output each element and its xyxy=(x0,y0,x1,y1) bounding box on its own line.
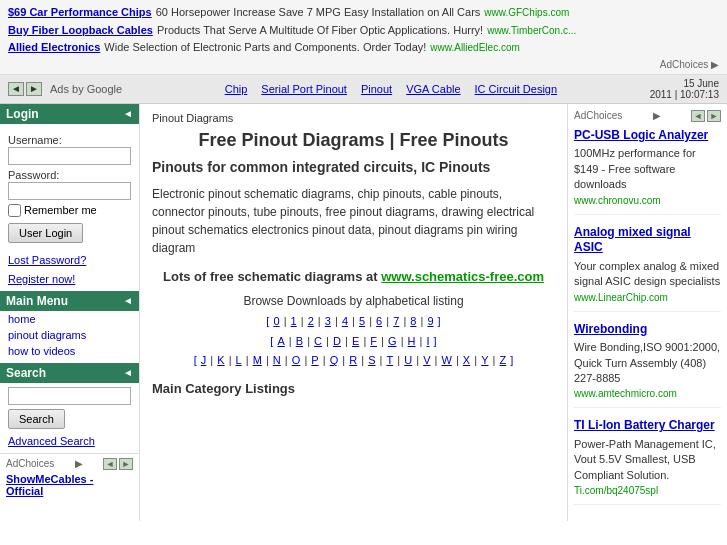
browse-link-8[interactable]: 8 xyxy=(410,315,416,327)
ad-url-2: www.TimberCon.c... xyxy=(487,23,576,39)
right-ads-container: PC-USB Logic Analyzer 100MHz performance… xyxy=(574,128,721,505)
nav-link-vga[interactable]: VGA Cable xyxy=(406,83,460,95)
right-ad-body-2: Wire Bonding,ISO 9001:2000, Quick Turn A… xyxy=(574,340,721,386)
right-ad-next-icon[interactable]: ► xyxy=(707,110,721,122)
nav-link-serial[interactable]: Serial Port Pinout xyxy=(261,83,347,95)
right-ad-item-1: Analog mixed signal ASIC Your complex an… xyxy=(574,225,721,312)
search-input[interactable] xyxy=(8,387,131,405)
browse-link-1[interactable]: 1 xyxy=(291,315,297,327)
nav-link-pinout[interactable]: Pinout xyxy=(361,83,392,95)
free-schematics-link[interactable]: www.schematics-free.com xyxy=(381,269,544,284)
browse-link-t[interactable]: T xyxy=(386,354,393,366)
browse-link-a[interactable]: A xyxy=(277,335,284,347)
browse-link-r[interactable]: R xyxy=(349,354,357,366)
browse-link-2[interactable]: 2 xyxy=(308,315,314,327)
nav-next-arrow[interactable]: ► xyxy=(26,82,42,96)
search-button[interactable]: Search xyxy=(8,409,65,429)
year-label: 2011 | xyxy=(650,89,678,100)
time-label: 10:07:13 xyxy=(680,89,719,100)
ad-choices-label: AdChoices xyxy=(660,59,708,70)
login-button[interactable]: User Login xyxy=(8,223,83,243)
right-ad-header: AdChoices ▶ ◄ ► xyxy=(574,110,721,122)
page-subtitle: Pinouts for common integrated circuits, … xyxy=(152,159,555,175)
browse-link-e[interactable]: E xyxy=(352,335,359,347)
browse-link-4[interactable]: 4 xyxy=(342,315,348,327)
login-collapse-icon[interactable]: ◄ xyxy=(123,108,133,119)
browse-link-q[interactable]: Q xyxy=(330,354,339,366)
nav-link-ic[interactable]: IC Circuit Design xyxy=(475,83,558,95)
browse-link-9[interactable]: 9 xyxy=(427,315,433,327)
browse-link-l[interactable]: L xyxy=(236,354,242,366)
menu-collapse-icon[interactable]: ◄ xyxy=(123,295,133,306)
date-time: 15 June 2011 | 10:07:13 xyxy=(650,78,719,100)
username-input[interactable] xyxy=(8,147,131,165)
sidebar: Login ◄ Username: Password: Remember me … xyxy=(0,104,140,521)
browse-link-h[interactable]: H xyxy=(408,335,416,347)
browse-link-j[interactable]: J xyxy=(201,354,207,366)
browse-link-o[interactable]: O xyxy=(292,354,301,366)
nav-link-chip[interactable]: Chip xyxy=(225,83,248,95)
browse-link-i[interactable]: I xyxy=(427,335,430,347)
login-title: Login xyxy=(6,107,39,121)
sidebar-ad-next-icon[interactable]: ► xyxy=(119,458,133,470)
browse-link-k[interactable]: K xyxy=(217,354,224,366)
right-ad-title-2[interactable]: Wirebonding xyxy=(574,322,721,338)
right-ad-body-0: 100MHz performance for $149 - Free softw… xyxy=(574,146,721,192)
browse-link-6[interactable]: 6 xyxy=(376,315,382,327)
ad-title-2[interactable]: Buy Fiber Loopback Cables xyxy=(8,22,153,40)
top-ads-section: $69 Car Performance Chips 60 Horsepower … xyxy=(0,0,727,75)
browse-link-s[interactable]: S xyxy=(368,354,375,366)
browse-link-n[interactable]: N xyxy=(273,354,281,366)
search-title: Search xyxy=(6,366,46,380)
sidebar-ad-prev-icon[interactable]: ◄ xyxy=(103,458,117,470)
browse-link-c[interactable]: C xyxy=(314,335,322,347)
browse-link-f[interactable]: F xyxy=(370,335,377,347)
browse-link-u[interactable]: U xyxy=(404,354,412,366)
password-input[interactable] xyxy=(8,182,131,200)
ad-title-1[interactable]: $69 Car Performance Chips xyxy=(8,4,152,22)
right-ad-title-1[interactable]: Analog mixed signal ASIC xyxy=(574,225,721,256)
right-ad-item-0: PC-USB Logic Analyzer 100MHz performance… xyxy=(574,128,721,215)
browse-link-z[interactable]: Z xyxy=(499,354,506,366)
browse-link-7[interactable]: 7 xyxy=(393,315,399,327)
browse-section: Browse Downloads by alphabetical listing… xyxy=(152,294,555,371)
page-description: Electronic pinout schematic diagrams, ch… xyxy=(152,185,555,257)
browse-link-5[interactable]: 5 xyxy=(359,315,365,327)
browse-link-d[interactable]: D xyxy=(333,335,341,347)
menu-item-home[interactable]: home xyxy=(0,311,139,327)
browse-link-w[interactable]: W xyxy=(441,354,451,366)
nav-prev-arrow[interactable]: ◄ xyxy=(8,82,24,96)
right-ad-body-3: Power-Path Management IC, Vout 5.5V Smal… xyxy=(574,437,721,483)
browse-link-m[interactable]: M xyxy=(253,354,262,366)
right-ad-prev-icon[interactable]: ◄ xyxy=(691,110,705,122)
register-link[interactable]: Register now! xyxy=(0,271,139,287)
right-ad-title-3[interactable]: TI Li-Ion Battery Charger xyxy=(574,418,721,434)
search-collapse-icon[interactable]: ◄ xyxy=(123,367,133,378)
browse-link-v[interactable]: V xyxy=(423,354,430,366)
remember-checkbox[interactable] xyxy=(8,204,21,217)
ad-title-3[interactable]: Allied Electronics xyxy=(8,39,100,57)
browse-link-g[interactable]: G xyxy=(388,335,397,347)
ad-choices-triangle-icon: ▶ xyxy=(711,59,719,70)
right-ad-item-3: TI Li-Ion Battery Charger Power-Path Man… xyxy=(574,418,721,505)
top-ad-choices: AdChoices ▶ xyxy=(8,59,719,70)
browse-link-0[interactable]: 0 xyxy=(273,315,279,327)
browse-link-y[interactable]: Y xyxy=(481,354,488,366)
right-ad-body-1: Your complex analog & mixed signal ASIC … xyxy=(574,259,721,290)
browse-link-3[interactable]: 3 xyxy=(325,315,331,327)
nav-row: ◄ ► Ads by Google Chip Serial Port Pinou… xyxy=(0,75,727,104)
browse-link-b[interactable]: B xyxy=(296,335,303,347)
ad-text-1: 60 Horsepower Increase Save 7 MPG Easy I… xyxy=(156,4,481,22)
browse-link-p[interactable]: P xyxy=(311,354,318,366)
menu-item-pinout[interactable]: pinout diagrams xyxy=(0,327,139,343)
right-sidebar: AdChoices ▶ ◄ ► PC-USB Logic Analyzer 10… xyxy=(567,104,727,521)
sidebar-ad-section: AdChoices ▶ ◄ ► ShowMeCables - Official xyxy=(0,453,139,501)
browse-link-x[interactable]: X xyxy=(463,354,470,366)
right-ad-title-0[interactable]: PC-USB Logic Analyzer xyxy=(574,128,721,144)
sidebar-ad-choices-label: AdChoices xyxy=(6,458,54,469)
sidebar-ad-title[interactable]: ShowMeCables - Official xyxy=(6,473,133,497)
advanced-search-link[interactable]: Advanced Search xyxy=(0,433,139,449)
breadcrumb: Pinout Diagrams xyxy=(152,112,555,124)
menu-item-videos[interactable]: how to videos xyxy=(0,343,139,359)
lost-password-link[interactable]: Lost Password? xyxy=(0,252,139,268)
